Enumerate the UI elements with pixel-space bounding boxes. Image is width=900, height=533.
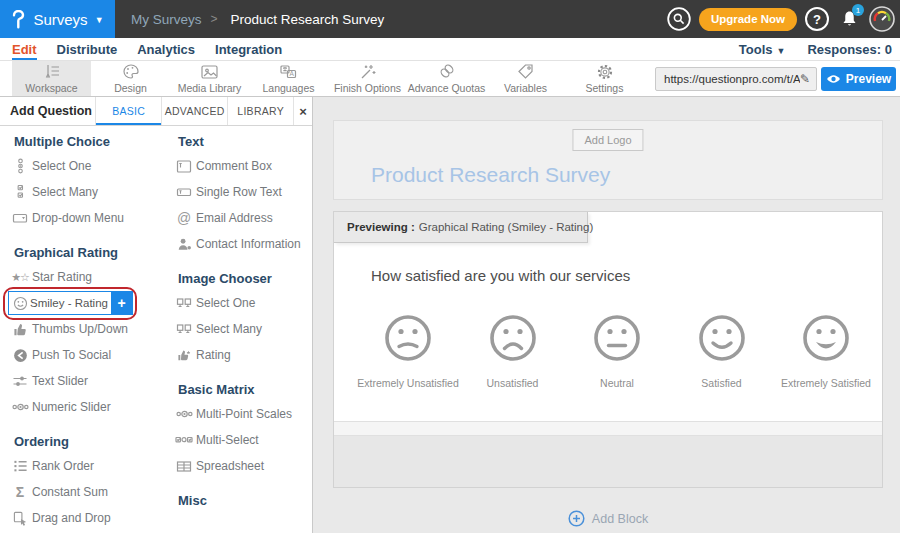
question-section: Misc bbox=[172, 493, 310, 509]
question-type-label: Drop-down Menu bbox=[32, 211, 124, 225]
star-rating-icon: ★☆ bbox=[8, 271, 32, 284]
dropdown-menu-icon bbox=[8, 211, 32, 225]
finish-options-icon bbox=[359, 63, 377, 80]
toolbar-languages[interactable]: ALanguages bbox=[249, 61, 328, 96]
survey-title[interactable]: Product Research Survey bbox=[371, 163, 610, 187]
question-type-star-rating[interactable]: ★☆Star Rating bbox=[8, 264, 166, 290]
nav-tab-analytics[interactable]: Analytics bbox=[127, 42, 205, 57]
question-type-smiley-highlighted[interactable]: Smiley - Rating+ bbox=[8, 291, 133, 315]
help-button[interactable]: ? bbox=[805, 7, 829, 31]
question-preview-card: Previewing :Graphical Rating (Smiley - R… bbox=[333, 211, 883, 488]
numeric-slider-icon bbox=[8, 401, 32, 413]
toolbar-workspace[interactable]: Workspace bbox=[12, 61, 91, 96]
questionpro-logo[interactable]: Surveys ▼ bbox=[0, 0, 115, 38]
add-question-type-button[interactable]: + bbox=[111, 292, 132, 314]
question-type-constant-sum[interactable]: ΣConstant Sum bbox=[8, 479, 166, 505]
edit-url-icon[interactable]: ✎ bbox=[800, 72, 810, 86]
smiley-label: Satisfied bbox=[701, 377, 741, 389]
toolbar-design[interactable]: Design bbox=[91, 61, 170, 96]
question-type-single-row-text[interactable]: Single Row Text bbox=[172, 179, 310, 205]
toolbar-label: Languages bbox=[263, 82, 315, 94]
breadcrumb-parent[interactable]: My Surveys bbox=[131, 12, 202, 27]
smiley-face-big-smile-icon[interactable] bbox=[800, 312, 852, 364]
smiley-option[interactable]: Unsatisfied bbox=[461, 312, 565, 389]
nav-tab-distribute[interactable]: Distribute bbox=[47, 42, 128, 57]
question-section: Multiple ChoiceSelect OneSelect ManyDrop… bbox=[8, 134, 166, 231]
top-bar: Surveys ▼ My Surveys > Product Research … bbox=[0, 0, 900, 38]
smiley-face-frown-icon[interactable] bbox=[487, 312, 539, 364]
toolbar-label: Design bbox=[114, 82, 147, 94]
smiley-face-neutral-icon[interactable] bbox=[591, 312, 643, 364]
question-type-image-select-many[interactable]: Select Many bbox=[172, 316, 310, 342]
toolbar-label: Settings bbox=[586, 82, 624, 94]
question-type-drag-and-drop[interactable]: Drag and Drop bbox=[8, 505, 166, 531]
question-type-label: Select Many bbox=[196, 322, 262, 336]
smiley-label: Unsatisfied bbox=[487, 377, 539, 389]
advance-quotas-icon bbox=[438, 63, 456, 80]
question-type-rank-order[interactable]: Rank Order bbox=[8, 453, 166, 479]
smiley-option[interactable]: Extremely Satisfied bbox=[774, 312, 878, 389]
smiley-face-slight-frown-icon[interactable] bbox=[382, 312, 434, 364]
question-type-multi-point-scales[interactable]: Multi-Point Scales bbox=[172, 401, 310, 427]
question-type-label: Comment Box bbox=[196, 159, 272, 173]
question-type-thumbs-up-down[interactable]: Thumbs Up/Down bbox=[8, 316, 166, 342]
question-type-push-to-social[interactable]: Push To Social bbox=[8, 342, 166, 368]
toolbar-media-library[interactable]: Media Library bbox=[170, 61, 249, 96]
question-text[interactable]: How satisfied are you with our services bbox=[371, 267, 630, 284]
toolbar-label: Advance Quotas bbox=[408, 82, 486, 94]
question-type-label: Multi-Point Scales bbox=[196, 407, 292, 421]
question-type-numeric-slider[interactable]: Numeric Slider bbox=[8, 394, 166, 420]
eye-icon bbox=[826, 74, 841, 84]
question-type-spreadsheet[interactable]: Spreadsheet bbox=[172, 453, 310, 479]
add-logo-button[interactable]: Add Logo bbox=[572, 129, 643, 151]
responses-count[interactable]: Responses: 0 bbox=[807, 42, 892, 57]
question-type-label: Constant Sum bbox=[32, 485, 108, 499]
survey-toolbar: WorkspaceDesignMedia LibraryALanguagesFi… bbox=[0, 60, 900, 97]
toolbar-label: Variables bbox=[504, 82, 547, 94]
question-type-image-rating[interactable]: Rating bbox=[172, 342, 310, 368]
question-type-dropdown-menu[interactable]: Drop-down Menu bbox=[8, 205, 166, 231]
notifications-button[interactable]: 1 bbox=[837, 7, 861, 31]
survey-header-card: Add Logo Product Research Survey bbox=[333, 120, 883, 200]
smiley-label: Extremely Satisfied bbox=[781, 377, 871, 389]
select-many-icon bbox=[8, 184, 32, 200]
question-type-multi-select[interactable]: Multi-Select bbox=[172, 427, 310, 453]
preview-button[interactable]: Preview bbox=[821, 67, 896, 91]
smiley-option[interactable]: Satisfied bbox=[670, 312, 774, 389]
tools-menu[interactable]: Tools▼ bbox=[739, 42, 786, 57]
card-footer-area bbox=[334, 435, 882, 487]
question-type-comment-box[interactable]: Comment Box bbox=[172, 153, 310, 179]
question-type-email-address[interactable]: @Email Address bbox=[172, 205, 310, 231]
question-type-label: Single Row Text bbox=[196, 185, 282, 199]
account-avatar[interactable] bbox=[869, 6, 895, 32]
smiley-option[interactable]: Neutral bbox=[565, 312, 669, 389]
question-type-label: Rating bbox=[196, 348, 231, 362]
question-section: Basic MatrixMulti-Point ScalesMulti-Sele… bbox=[172, 382, 310, 479]
section-title: Multiple Choice bbox=[14, 134, 166, 150]
question-type-image-select-one[interactable]: Select One bbox=[172, 290, 310, 316]
smiley-face-smile-icon[interactable] bbox=[696, 312, 748, 364]
question-type-select-one[interactable]: Select One bbox=[8, 153, 166, 179]
question-type-select-many[interactable]: Select Many bbox=[8, 179, 166, 205]
question-type-label: Rank Order bbox=[32, 459, 94, 473]
search-icon[interactable] bbox=[667, 7, 691, 31]
survey-url-field[interactable]: https://questionpro.com/t/A ✎ bbox=[655, 67, 817, 91]
question-type-contact-information[interactable]: Contact Information bbox=[172, 231, 310, 257]
toolbar-finish-options[interactable]: Finish Options bbox=[328, 61, 407, 96]
upgrade-now-button[interactable]: Upgrade Now bbox=[699, 8, 797, 31]
add-question-panel: Add Question BASICADVANCEDLIBRARY × Mult… bbox=[0, 97, 313, 533]
nav-tab-edit[interactable]: Edit bbox=[2, 42, 47, 57]
breadcrumb-separator-icon: > bbox=[211, 12, 218, 26]
toolbar-settings[interactable]: Settings bbox=[565, 61, 644, 96]
toolbar-advance-quotas[interactable]: Advance Quotas bbox=[407, 61, 486, 96]
section-title: Image Chooser bbox=[178, 271, 310, 287]
toolbar-variables[interactable]: Variables bbox=[486, 61, 565, 96]
add-block-button[interactable]: Add Block bbox=[333, 510, 883, 527]
logo-p-icon bbox=[11, 10, 26, 29]
settings-icon bbox=[596, 63, 614, 80]
question-type-label: Select Many bbox=[32, 185, 98, 199]
multi-select-icon bbox=[172, 434, 196, 446]
question-type-text-slider[interactable]: Text Slider bbox=[8, 368, 166, 394]
smiley-option[interactable]: Extremely Unsatisfied bbox=[356, 312, 460, 389]
nav-tab-integration[interactable]: Integration bbox=[205, 42, 292, 57]
